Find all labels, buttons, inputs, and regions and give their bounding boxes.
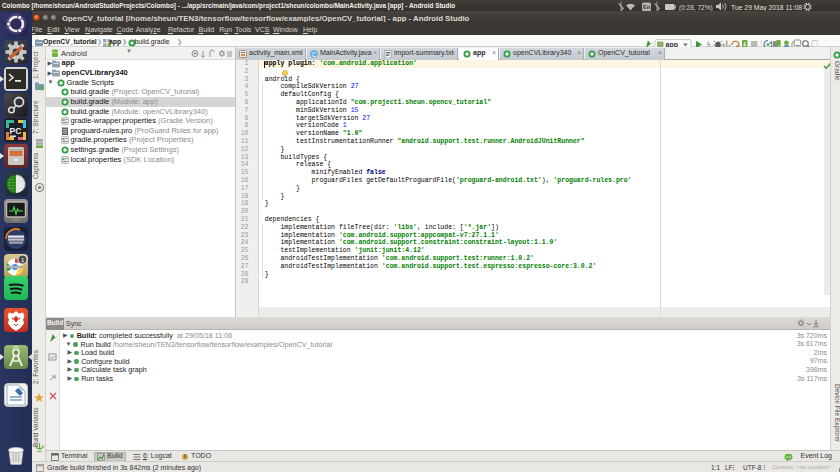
svg-text:En: En bbox=[643, 4, 651, 10]
svg-text:C: C bbox=[312, 51, 317, 58]
svg-text:PC: PC bbox=[10, 126, 22, 136]
